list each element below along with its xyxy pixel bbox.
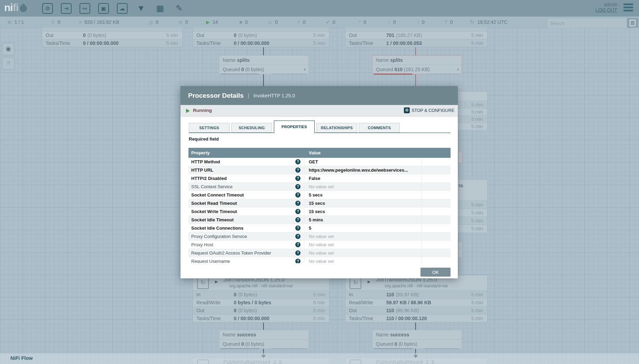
backpressure-data-bar [272, 74, 306, 75]
dialog-tab[interactable]: COMMENTS [359, 123, 400, 133]
dialog-header: Processor Details | InvokeHTTP 1.25.0 [180, 86, 458, 105]
connection-name: Name splits [219, 56, 308, 65]
dialog-tab[interactable]: RELATIONSHIPS [316, 123, 357, 133]
help-icon[interactable]: ? [295, 184, 300, 189]
refresh-icon: ↻ [470, 19, 474, 25]
help-icon[interactable]: ? [295, 234, 300, 239]
property-value: 5 mins [304, 216, 422, 224]
connection-queued: Queued 610 (161.25 KB)◑ [372, 65, 462, 74]
property-name: Proxy Configuration Service [191, 234, 247, 239]
stat-row: Tasks/Time0 / 00:00:00.0005 min [42, 39, 182, 47]
stat-row: Tasks/Time0 / 00:00:00.0005 min [193, 314, 329, 322]
note-panel-button[interactable] [627, 18, 638, 28]
help-icon[interactable]: ? [295, 176, 300, 181]
load-balance-icon: ◑ [456, 65, 459, 74]
help-icon[interactable]: ? [295, 167, 300, 173]
connection-line [263, 46, 264, 55]
label-icon[interactable]: ✎ [174, 3, 185, 14]
pan-button[interactable]: ☝ [2, 57, 15, 69]
title-separator: | [248, 93, 249, 99]
property-name: Socket Write Timeout [191, 209, 237, 214]
remote-process-group-icon[interactable]: ☁ [117, 3, 128, 14]
processor-jolt-left[interactable]: ↻ ▶ JoltTransformJSON 1.25.0 org.apache.… [193, 275, 330, 323]
help-icon[interactable]: ? [295, 242, 300, 247]
not-transmitting: ⊘0 [178, 17, 188, 28]
connection-label-fragment [458, 151, 462, 163]
global-menu-icon[interactable] [623, 3, 633, 13]
stat-row: In110(59.97 KB)5 min [345, 290, 487, 298]
backpressure-object-bar [221, 74, 259, 75]
stat-row: Tasks/Time110 / 00:00:00.1205 min [345, 314, 487, 322]
dialog-title: Processor Details [188, 92, 244, 99]
property-name: Socket Connect Timeout [191, 192, 244, 198]
dialog-tab[interactable]: PROPERTIES [274, 121, 315, 133]
property-name: HTTP Method [191, 159, 220, 164]
connection-label-splits-left[interactable]: Name splits Queued 0 (0 bytes)◑ [219, 55, 309, 74]
ok-button[interactable]: OK [420, 268, 451, 277]
processor-icon[interactable]: ⚙ [42, 3, 53, 14]
property-row: HTTP Method? GET [188, 158, 451, 166]
property-name: Request OAuth2 Access Token Provider [191, 250, 271, 256]
output-port-icon[interactable]: ↦ [80, 3, 90, 14]
property-value: GET [304, 158, 422, 166]
help-icon[interactable]: ? [295, 201, 300, 206]
property-value: 15 secs [304, 208, 422, 215]
connection-label-splits-right[interactable]: Name splits Queued 610 (161.25 KB)◑ [372, 55, 462, 74]
status-icon: ▶ [206, 19, 210, 25]
funnel-icon[interactable]: ▼ [136, 3, 147, 14]
connection-name: Name splits [372, 56, 462, 65]
template-icon[interactable]: ▦ [155, 3, 166, 14]
column-value: Value [304, 148, 422, 158]
connection-label-success-right[interactable]: Name success Queued 0 (0 bytes) [372, 330, 462, 349]
property-row: Socket Idle Timeout? 5 mins [188, 216, 451, 224]
input-port-icon[interactable]: ⇥ [61, 3, 72, 14]
configure-gear-icon: ⚙ [404, 107, 410, 113]
processor-jolt-right[interactable]: ↻ ▶ JoltTransformJSON 1.25.0 org.apache.… [345, 275, 488, 323]
dialog-tab[interactable]: SCHEDULING [231, 123, 272, 133]
backpressure-object-bar [221, 348, 259, 349]
property-row: Proxy Host? No value set [188, 241, 451, 249]
status-icon: ⊘ [178, 19, 183, 25]
property-name: SSL Context Service [191, 184, 232, 189]
stat-row: Out0(0 bytes)5 min [193, 306, 329, 314]
property-row: HTTP/2 Disabled? False [188, 174, 451, 183]
search-input[interactable] [547, 18, 628, 28]
stop-and-configure-button[interactable]: ⚙ STOP & CONFIGURE [404, 107, 454, 113]
status-icon: * [359, 19, 361, 25]
stat-row: Out701(185.27 KB)5 min [345, 31, 487, 39]
help-icon[interactable]: ? [295, 259, 300, 263]
nifi-app: Out0(0 bytes)5 minTasks/Time0 / 00:00:00… [0, 0, 639, 364]
help-icon[interactable]: ? [295, 250, 300, 256]
property-row: HTTP URL? https://www.pegelonline.wsv.de… [188, 166, 451, 174]
column-property: Property [188, 148, 304, 158]
connection-label-success-left[interactable]: Name success Queued 0 (0 bytes) [219, 330, 309, 349]
help-icon[interactable]: ? [295, 209, 300, 214]
processor-bundle: org.apache.nifi - nifi-standard-nar [193, 284, 329, 288]
property-value: https://www.pegelonline.wsv.de/webservic… [304, 166, 422, 174]
stat-row: Out0(0 bytes)5 min [42, 31, 182, 39]
help-icon[interactable]: ? [295, 159, 300, 164]
backpressure-object-bar [374, 348, 413, 349]
help-icon[interactable]: ? [295, 226, 300, 231]
dialog-tab[interactable]: SETTINGS [189, 123, 230, 133]
property-name: Socket Idle Timeout [191, 217, 234, 222]
stat-row: In0(0 bytes)5 min [193, 290, 329, 298]
queued: ≡620 / 163.82 KB [79, 17, 119, 28]
birdseye-icon: ◉ [6, 45, 11, 52]
help-icon[interactable]: ? [295, 192, 300, 198]
status-icon: ■ [239, 19, 242, 25]
breadcrumb[interactable]: NiFi Flow [10, 355, 33, 361]
connection-name: Name success [372, 330, 462, 339]
active-threads: ⠿0 [51, 17, 60, 28]
help-icon[interactable]: ? [295, 217, 300, 222]
property-name: Socket Idle Connections [191, 226, 243, 231]
running: ▶14 [206, 17, 218, 28]
status-icon: ⠿ [51, 19, 55, 25]
refresh-status[interactable]: ↻16:52:42 UTC [470, 17, 508, 28]
logout-link[interactable]: LOG OUT [595, 7, 617, 13]
disabled: ⚡0 [297, 17, 306, 28]
process-group-icon[interactable]: ▣ [98, 3, 109, 14]
birdseye-button[interactable]: ◉ [2, 43, 15, 55]
connection-label-fragment [458, 242, 462, 258]
connected-nodes: ⊞1 / 1 [8, 17, 24, 28]
